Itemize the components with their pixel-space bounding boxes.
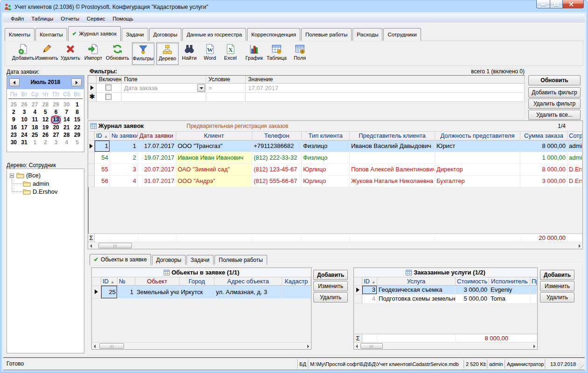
col-pr[interactable]: Пр xyxy=(530,277,537,286)
filter-condition-value[interactable]: = xyxy=(208,84,212,91)
scroll-thumb[interactable] xyxy=(99,343,124,349)
resize-grip[interactable] xyxy=(577,362,584,369)
tab-journal[interactable]: ✔Журнал заявок xyxy=(68,26,121,41)
journal-row-3[interactable]: 55 3 20.07.2017 ОАО "Зимний сад" (812) 1… xyxy=(88,164,582,176)
remove-all-filters-button[interactable]: Удалить все... xyxy=(528,110,581,120)
objects-delete-button[interactable]: Удалить xyxy=(313,292,348,303)
tab-objects[interactable]: ✔Обьекты в заявке xyxy=(90,254,151,265)
col-executor[interactable]: Исполнитель xyxy=(489,277,530,286)
minimize-button[interactable] xyxy=(536,0,550,8)
services-hscrollbar[interactable] xyxy=(354,342,537,349)
filter-new-row[interactable]: ✱ xyxy=(88,93,525,102)
scroll-thumb[interactable] xyxy=(360,343,383,349)
filter-row[interactable]: Дата заказа = 17.07.2017 xyxy=(88,84,525,93)
col-client[interactable]: Клиент xyxy=(176,132,252,141)
filters-toggle-button[interactable]: Фильтры xyxy=(132,42,154,65)
col-cost[interactable]: Стоимость xyxy=(456,277,489,286)
objects-hscrollbar[interactable] xyxy=(92,342,311,349)
services-add-button[interactable]: Добавить xyxy=(540,270,574,280)
tree-item-admin[interactable]: admin xyxy=(33,180,49,188)
calendar-prev-button[interactable] xyxy=(9,78,20,86)
scroll-right-icon[interactable] xyxy=(579,244,581,248)
close-button[interactable] xyxy=(562,0,584,8)
objects-edit-button[interactable]: Изменить xyxy=(313,281,348,291)
delete-button[interactable]: Удалить xyxy=(59,42,82,65)
calendar-next-button[interactable] xyxy=(71,78,82,86)
tab-gosreestr[interactable]: Данные из госреестра xyxy=(182,28,246,41)
services-row-2[interactable]: 4 Подготовка схемы земельного участка 5 … xyxy=(354,295,537,303)
tab-bottom-contracts[interactable]: Договоры xyxy=(152,255,186,265)
col-object[interactable]: Обьект xyxy=(135,277,180,286)
tab-bottom-fieldwork[interactable]: Полевые работы xyxy=(214,255,267,265)
tab-fieldwork[interactable]: Полевые работы xyxy=(301,28,352,41)
filter-new-checkbox[interactable] xyxy=(105,94,111,100)
journal-hscrollbar[interactable] xyxy=(88,242,582,249)
edit-button[interactable]: Изменить xyxy=(35,42,58,65)
tree-item-all[interactable]: (Все) xyxy=(26,171,41,179)
tree-item-dershov[interactable]: D.Ershov xyxy=(33,188,57,196)
services-row-1[interactable]: 3 Геодезическая съемка 3 000,00 Evgeniy xyxy=(354,286,537,295)
refresh-filters-button[interactable]: Обновить xyxy=(528,75,581,85)
tab-bottom-tasks[interactable]: Задачи xyxy=(187,255,214,265)
col-num[interactable]: № xyxy=(118,277,135,286)
journal-row-4[interactable]: 56 4 31.07.2017 ООО "Андрэ" (812) 555-66… xyxy=(88,176,582,187)
col-ordersum[interactable]: Сумма заказа xyxy=(520,132,567,141)
col-num[interactable]: № заявки xyxy=(110,132,138,141)
maximize-button[interactable] xyxy=(550,0,563,8)
col-employee[interactable]: Сотрудник xyxy=(567,132,582,141)
scroll-thumb[interactable] xyxy=(98,243,132,248)
tree-collapse-icon[interactable] xyxy=(10,174,14,178)
excel-export-button[interactable]: X Excel xyxy=(220,42,241,65)
scroll-left-icon[interactable] xyxy=(94,345,96,348)
journal-row-1[interactable]: 1 1 17.07.2017 ООО "Трансгаз" +791123866… xyxy=(88,141,582,152)
col-position[interactable]: Должность представителя xyxy=(435,132,520,141)
col-id[interactable]: ID ▲ xyxy=(95,132,110,141)
col-representative[interactable]: Представитель клиента xyxy=(350,132,435,141)
calendar-grid[interactable]: 2526272829301 2345678 9101112131415 1617… xyxy=(8,99,83,146)
tab-employees[interactable]: Сотрудники xyxy=(383,28,421,41)
import-button[interactable]: Импорт xyxy=(82,42,105,65)
col-phone[interactable]: Телефон xyxy=(252,132,302,141)
tab-correspondence[interactable]: Корреспонденция xyxy=(247,28,300,41)
menu-service[interactable]: Сервис xyxy=(83,14,109,24)
filter-enabled-checkbox[interactable] xyxy=(105,84,111,91)
col-clienttype[interactable]: Тип клиента xyxy=(302,132,350,141)
scroll-left-icon[interactable] xyxy=(356,345,358,348)
scroll-right-icon[interactable] xyxy=(307,345,309,348)
menu-help[interactable]: Помощь xyxy=(109,14,137,24)
word-export-button[interactable]: W Word xyxy=(200,42,220,65)
journal-row-2[interactable]: 54 2 19.07.2017 Иванов Иван Иванович (81… xyxy=(88,152,582,164)
services-delete-button[interactable]: Удалить xyxy=(540,292,574,303)
filter-value[interactable]: 17.07.2017 xyxy=(248,84,278,91)
tab-clients[interactable]: Клиенты xyxy=(5,28,35,41)
refresh-button[interactable]: Обновить xyxy=(106,42,129,65)
col-address[interactable]: Адрес объекта xyxy=(214,277,282,286)
table-button[interactable]: Таблица xyxy=(265,42,288,65)
col-date[interactable]: Дата заявки xyxy=(138,132,176,141)
fields-button[interactable]: Поля xyxy=(290,42,310,65)
tab-expenses[interactable]: Расходы xyxy=(353,28,382,41)
tree-toggle-button[interactable]: Дерево xyxy=(156,42,179,65)
col-id[interactable]: ID ▲ xyxy=(101,277,118,286)
scroll-left-icon[interactable] xyxy=(90,244,92,248)
col-id[interactable]: ID ▲ xyxy=(362,277,377,286)
tab-contracts[interactable]: Договоры xyxy=(149,28,182,41)
filter-field-dropdown[interactable] xyxy=(197,84,205,92)
col-city[interactable]: Город xyxy=(180,277,214,286)
objects-add-button[interactable]: Добавить xyxy=(313,270,348,280)
add-filter-button[interactable]: Добавить фильтр xyxy=(528,87,581,98)
menu-reports[interactable]: Отчеты xyxy=(57,14,83,24)
services-edit-button[interactable]: Изменить xyxy=(540,281,574,291)
filter-field-value[interactable]: Дата заказа xyxy=(124,84,158,91)
remove-filter-button[interactable]: Удалить фильтр xyxy=(528,99,581,109)
scroll-right-icon[interactable] xyxy=(533,345,535,348)
col-service[interactable]: Услуга xyxy=(377,277,456,286)
col-cadastre[interactable]: Кадастр xyxy=(282,277,311,286)
find-button[interactable]: Найти xyxy=(179,42,200,65)
chart-button[interactable]: График xyxy=(243,42,265,65)
tab-contacts[interactable]: Контакты xyxy=(35,28,67,41)
menu-tables[interactable]: Таблицы xyxy=(28,14,57,24)
tab-tasks[interactable]: Задачи xyxy=(122,28,148,41)
objects-row-1[interactable]: 25 1 Земельный участок Иркутск ул. Алмаз… xyxy=(92,286,311,299)
menu-file[interactable]: Файл xyxy=(7,14,28,24)
